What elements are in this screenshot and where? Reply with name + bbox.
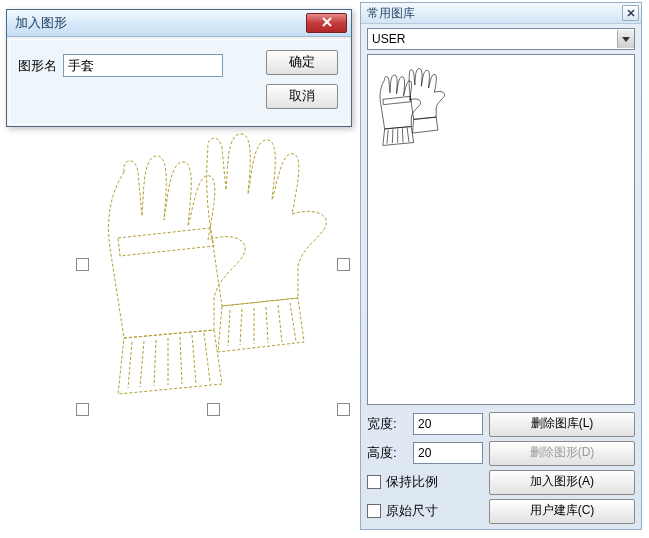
close-button[interactable] (306, 13, 347, 33)
width-input[interactable] (413, 413, 483, 435)
library-item-glove[interactable] (372, 59, 450, 155)
ok-button[interactable]: 确定 (266, 50, 338, 75)
keep-ratio-label: 保持比例 (386, 473, 438, 491)
close-icon (322, 16, 332, 30)
chevron-down-icon (617, 30, 634, 48)
original-size-label: 原始尺寸 (386, 502, 438, 520)
height-label: 高度: (367, 444, 407, 462)
width-label: 宽度: (367, 415, 407, 433)
shape-name-input[interactable] (63, 54, 223, 77)
panel-close-button[interactable] (622, 5, 639, 21)
add-shape-button[interactable]: 加入图形(A) (489, 470, 635, 495)
resize-handle-sw[interactable] (76, 403, 89, 416)
height-input[interactable] (413, 442, 483, 464)
delete-shape-button: 删除图形(D) (489, 441, 635, 466)
create-library-button[interactable]: 用户建库(C) (489, 499, 635, 524)
resize-handle-s[interactable] (207, 403, 220, 416)
dialog-title: 加入图形 (15, 14, 67, 32)
dialog-titlebar[interactable]: 加入图形 (7, 10, 351, 37)
close-icon (627, 6, 635, 20)
library-panel: 常用图库 USER 宽度: (360, 2, 642, 530)
checkbox-icon (367, 504, 381, 518)
selection-box[interactable] (82, 118, 344, 410)
resize-handle-se[interactable] (337, 403, 350, 416)
dialog-client: 图形名 确定 取消 (9, 39, 349, 125)
library-select-value: USER (372, 32, 405, 46)
keep-ratio-checkbox[interactable]: 保持比例 (367, 473, 483, 491)
shape-name-label: 图形名 (18, 57, 57, 75)
cancel-button[interactable]: 取消 (266, 84, 338, 109)
glove-artwork (88, 128, 338, 400)
library-panel-title: 常用图库 (367, 5, 415, 22)
original-size-checkbox[interactable]: 原始尺寸 (367, 502, 483, 520)
library-panel-header[interactable]: 常用图库 (361, 3, 641, 24)
resize-handle-e[interactable] (337, 258, 350, 271)
add-shape-dialog: 加入图形 图形名 确定 取消 (6, 9, 352, 127)
library-select[interactable]: USER (367, 28, 635, 50)
checkbox-icon (367, 475, 381, 489)
library-preview[interactable] (367, 54, 635, 405)
resize-handle-w[interactable] (76, 258, 89, 271)
delete-library-button[interactable]: 删除图库(L) (489, 412, 635, 437)
